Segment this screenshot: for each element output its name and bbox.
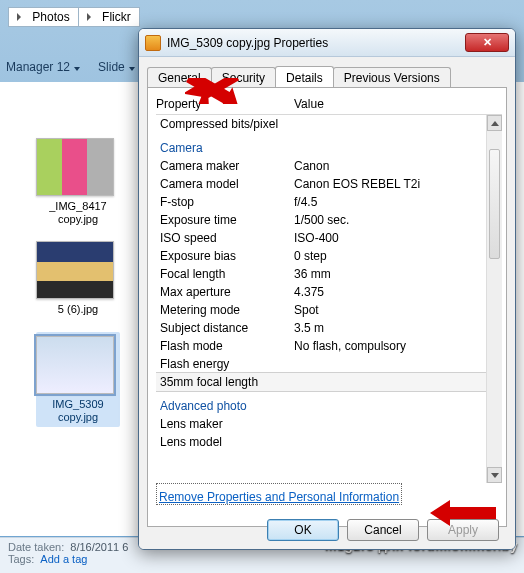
property-name: Camera maker	[156, 159, 294, 173]
property-name: Flash energy	[156, 357, 294, 371]
close-button[interactable]: ✕	[465, 33, 509, 52]
title-bar[interactable]: IMG_5309 copy.jpg Properties ✕	[139, 29, 515, 57]
property-value[interactable]: 3.5 m	[294, 321, 502, 335]
tab-details[interactable]: Details	[275, 66, 334, 87]
property-row[interactable]: Lens maker	[156, 415, 502, 433]
cancel-button[interactable]: Cancel	[347, 519, 419, 541]
explorer-toolbar: Manager 12 Slide	[6, 60, 135, 74]
file-thumb-selected[interactable]: IMG_5309 copy.jpg	[36, 332, 120, 427]
tab-strip: General Security Details Previous Versio…	[147, 65, 507, 87]
list-header: Property Value	[156, 94, 502, 115]
property-value[interactable]	[294, 435, 502, 449]
header-value[interactable]: Value	[294, 97, 324, 111]
close-icon: ✕	[483, 36, 492, 49]
thumbnail-panel: _IMG_8417 copy.jpg 5 (6).jpg IMG_5309 co…	[18, 138, 138, 427]
property-name: Camera model	[156, 177, 294, 191]
property-row[interactable]: Flash energy	[156, 355, 502, 373]
window-title: IMG_5309 copy.jpg Properties	[167, 36, 465, 50]
property-value[interactable]	[294, 117, 502, 131]
property-name: Exposure bias	[156, 249, 294, 263]
property-row[interactable]: Subject distance3.5 m	[156, 319, 502, 337]
ok-button[interactable]: OK	[267, 519, 339, 541]
scrollbar[interactable]	[486, 115, 502, 483]
property-row[interactable]: Compressed bits/pixel	[156, 115, 502, 133]
property-row[interactable]: 35mm focal length	[156, 373, 502, 391]
file-name: 5 (6).jpg	[36, 303, 120, 316]
breadcrumb-segment[interactable]: Photos	[8, 7, 78, 27]
add-tag-link[interactable]: Add a tag	[40, 553, 87, 565]
header-property[interactable]: Property	[156, 97, 294, 111]
property-value[interactable]: f/4.5	[294, 195, 502, 209]
chevron-down-icon	[491, 473, 499, 478]
property-group[interactable]: Advanced photo	[156, 391, 502, 415]
property-row[interactable]: Metering modeSpot	[156, 301, 502, 319]
property-value[interactable]	[294, 357, 502, 371]
property-value[interactable]: No flash, compulsory	[294, 339, 502, 353]
property-row[interactable]: Lens model	[156, 433, 502, 451]
chevron-right-icon	[17, 13, 21, 21]
property-name: F-stop	[156, 195, 294, 209]
property-value[interactable]: Canon	[294, 159, 502, 173]
file-thumb[interactable]: 5 (6).jpg	[36, 241, 120, 316]
property-name: Exposure time	[156, 213, 294, 227]
scroll-up-button[interactable]	[487, 115, 502, 131]
property-name: Metering mode	[156, 303, 294, 317]
property-value[interactable]: 1/500 sec.	[294, 213, 502, 227]
property-value[interactable]: 4.375	[294, 285, 502, 299]
dialog-body: General Security Details Previous Versio…	[139, 57, 515, 549]
breadcrumb-segment[interactable]: Flickr	[78, 7, 140, 27]
property-name: 35mm focal length	[156, 375, 294, 389]
scroll-thumb[interactable]	[489, 149, 500, 259]
property-value[interactable]	[294, 417, 502, 431]
image-icon	[36, 336, 114, 394]
property-name: Lens model	[156, 435, 294, 449]
property-name: Subject distance	[156, 321, 294, 335]
property-name: Advanced photo	[156, 399, 502, 413]
property-value[interactable]: Spot	[294, 303, 502, 317]
tags-label: Tags:	[8, 553, 34, 565]
property-value[interactable]: Canon EOS REBEL T2i	[294, 177, 502, 191]
tab-general[interactable]: General	[147, 67, 212, 87]
property-value[interactable]	[294, 375, 502, 389]
image-icon	[36, 241, 114, 299]
tab-previous-versions[interactable]: Previous Versions	[333, 67, 451, 87]
tab-pane-details: Property Value Compressed bits/pixelCame…	[147, 87, 507, 527]
remove-properties-link[interactable]: Remove Properties and Personal Informati…	[156, 483, 402, 505]
tab-security[interactable]: Security	[211, 67, 276, 87]
property-row[interactable]: Max aperture4.375	[156, 283, 502, 301]
image-file-icon	[145, 35, 161, 51]
property-row[interactable]: Exposure time1/500 sec.	[156, 211, 502, 229]
file-thumb[interactable]: _IMG_8417 copy.jpg	[36, 138, 120, 225]
property-group[interactable]: Camera	[156, 133, 502, 157]
image-icon	[36, 138, 114, 196]
chevron-up-icon	[491, 121, 499, 126]
property-name: Focal length	[156, 267, 294, 281]
property-row[interactable]: Focal length36 mm	[156, 265, 502, 283]
toolbar-item[interactable]: Manager 12	[6, 60, 80, 74]
toolbar-item[interactable]: Slide	[98, 60, 135, 74]
property-name: Max aperture	[156, 285, 294, 299]
property-row[interactable]: Camera modelCanon EOS REBEL T2i	[156, 175, 502, 193]
scroll-down-button[interactable]	[487, 467, 502, 483]
property-row[interactable]: Exposure bias0 step	[156, 247, 502, 265]
file-name: _IMG_8417 copy.jpg	[36, 200, 120, 225]
property-row[interactable]: Camera makerCanon	[156, 157, 502, 175]
property-name: Camera	[156, 141, 502, 155]
property-value[interactable]: 0 step	[294, 249, 502, 263]
property-row[interactable]: Flash modeNo flash, compulsory	[156, 337, 502, 355]
apply-button[interactable]: Apply	[427, 519, 499, 541]
dialog-buttons: OK Cancel Apply	[267, 519, 499, 541]
file-name: IMG_5309 copy.jpg	[36, 398, 120, 423]
property-row[interactable]: ISO speedISO-400	[156, 229, 502, 247]
property-row[interactable]: F-stopf/4.5	[156, 193, 502, 211]
property-value[interactable]: ISO-400	[294, 231, 502, 245]
property-name: Lens maker	[156, 417, 294, 431]
property-name: Flash mode	[156, 339, 294, 353]
breadcrumb[interactable]: Photos Flickr	[8, 6, 140, 28]
property-name: Compressed bits/pixel	[156, 117, 294, 131]
date-taken-label: Date taken:	[8, 541, 64, 553]
property-name: ISO speed	[156, 231, 294, 245]
property-value[interactable]: 36 mm	[294, 267, 502, 281]
properties-list[interactable]: Compressed bits/pixelCameraCamera makerC…	[156, 115, 502, 483]
date-taken-value: 8/16/2011 6	[70, 541, 128, 553]
